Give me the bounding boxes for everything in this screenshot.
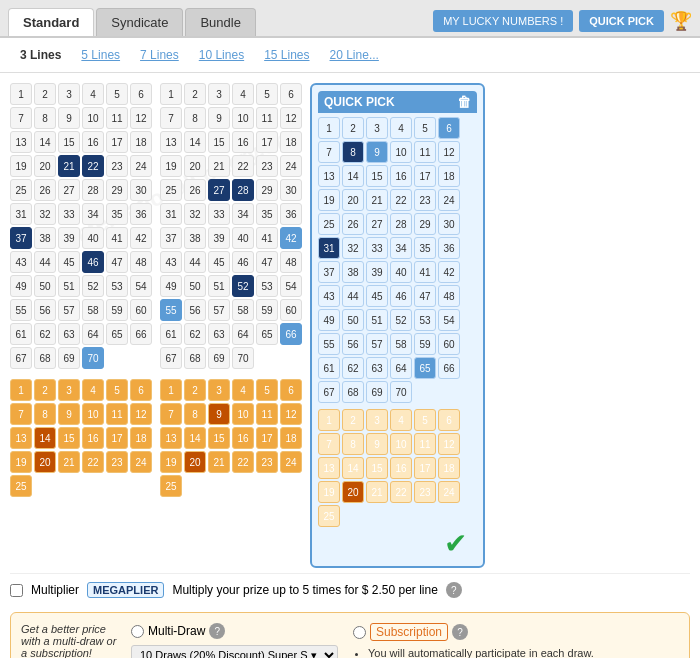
number-cell[interactable]: 64: [232, 323, 254, 345]
number-cell[interactable]: 5: [256, 83, 278, 105]
number-cell[interactable]: 37: [318, 261, 340, 283]
number-cell[interactable]: 55: [10, 299, 32, 321]
number-cell[interactable]: 17: [414, 165, 436, 187]
number-cell[interactable]: 16: [82, 131, 104, 153]
number-cell[interactable]: 24: [438, 481, 460, 503]
number-cell[interactable]: 65: [106, 323, 128, 345]
number-cell[interactable]: 69: [208, 347, 230, 369]
number-cell[interactable]: 13: [318, 457, 340, 479]
line-tab-10[interactable]: 10 Lines: [189, 44, 254, 66]
number-cell[interactable]: 70: [82, 347, 104, 369]
number-cell[interactable]: 10: [82, 107, 104, 129]
number-cell[interactable]: 12: [130, 403, 152, 425]
number-cell[interactable]: 10: [390, 141, 412, 163]
number-cell[interactable]: 32: [34, 203, 56, 225]
number-cell[interactable]: 56: [34, 299, 56, 321]
number-cell[interactable]: 10: [232, 107, 254, 129]
number-cell[interactable]: 18: [280, 427, 302, 449]
number-cell[interactable]: 9: [366, 433, 388, 455]
number-cell[interactable]: 15: [208, 131, 230, 153]
number-cell[interactable]: 16: [232, 131, 254, 153]
number-cell[interactable]: 22: [82, 155, 104, 177]
number-cell[interactable]: 17: [106, 131, 128, 153]
number-cell[interactable]: 69: [58, 347, 80, 369]
number-cell[interactable]: 67: [160, 347, 182, 369]
number-cell[interactable]: 63: [366, 357, 388, 379]
number-cell[interactable]: 59: [414, 333, 436, 355]
number-cell[interactable]: 8: [342, 433, 364, 455]
subscription-label[interactable]: Subscription: [370, 623, 448, 641]
number-cell[interactable]: 49: [10, 275, 32, 297]
number-cell[interactable]: 21: [366, 481, 388, 503]
number-cell[interactable]: 47: [256, 251, 278, 273]
number-cell[interactable]: 67: [10, 347, 32, 369]
number-cell[interactable]: 35: [106, 203, 128, 225]
multi-draw-radio[interactable]: [131, 625, 144, 638]
number-cell[interactable]: 61: [318, 357, 340, 379]
number-cell[interactable]: 7: [318, 433, 340, 455]
number-cell[interactable]: 53: [256, 275, 278, 297]
number-cell[interactable]: 25: [10, 179, 32, 201]
number-cell[interactable]: 20: [184, 155, 206, 177]
number-cell[interactable]: 57: [208, 299, 230, 321]
number-cell[interactable]: 49: [318, 309, 340, 331]
number-cell[interactable]: 51: [208, 275, 230, 297]
number-cell[interactable]: 18: [438, 457, 460, 479]
number-cell[interactable]: 70: [390, 381, 412, 403]
number-cell[interactable]: 40: [82, 227, 104, 249]
number-cell[interactable]: 48: [280, 251, 302, 273]
number-cell[interactable]: 22: [390, 481, 412, 503]
number-cell[interactable]: 5: [414, 409, 436, 431]
number-cell[interactable]: 6: [280, 379, 302, 401]
number-cell[interactable]: 50: [342, 309, 364, 331]
number-cell[interactable]: 50: [184, 275, 206, 297]
number-cell[interactable]: 16: [82, 427, 104, 449]
number-cell[interactable]: 3: [58, 379, 80, 401]
number-cell[interactable]: 5: [256, 379, 278, 401]
number-cell[interactable]: 7: [160, 107, 182, 129]
number-cell[interactable]: 44: [34, 251, 56, 273]
number-cell[interactable]: 56: [342, 333, 364, 355]
number-cell[interactable]: 60: [438, 333, 460, 355]
number-cell[interactable]: 68: [184, 347, 206, 369]
number-cell[interactable]: 9: [366, 141, 388, 163]
number-cell[interactable]: 6: [438, 409, 460, 431]
number-cell[interactable]: 4: [390, 409, 412, 431]
number-cell[interactable]: 2: [184, 379, 206, 401]
number-cell[interactable]: 32: [184, 203, 206, 225]
number-cell[interactable]: 25: [318, 505, 340, 527]
number-cell[interactable]: 32: [342, 237, 364, 259]
number-cell[interactable]: 39: [366, 261, 388, 283]
multiplier-checkbox[interactable]: [10, 584, 23, 597]
number-cell[interactable]: 12: [130, 107, 152, 129]
number-cell[interactable]: 62: [184, 323, 206, 345]
number-cell[interactable]: 23: [106, 451, 128, 473]
number-cell[interactable]: 5: [414, 117, 436, 139]
number-cell[interactable]: 45: [58, 251, 80, 273]
number-cell[interactable]: 43: [318, 285, 340, 307]
number-cell[interactable]: 33: [208, 203, 230, 225]
number-cell[interactable]: 16: [390, 457, 412, 479]
number-cell[interactable]: 36: [280, 203, 302, 225]
number-cell[interactable]: 30: [130, 179, 152, 201]
number-cell[interactable]: 47: [414, 285, 436, 307]
number-cell[interactable]: 13: [160, 131, 182, 153]
number-cell[interactable]: 2: [184, 83, 206, 105]
number-cell[interactable]: 59: [106, 299, 128, 321]
number-cell[interactable]: 46: [390, 285, 412, 307]
number-cell[interactable]: 54: [130, 275, 152, 297]
line-tab-3[interactable]: 3 Lines: [10, 44, 71, 66]
number-cell[interactable]: 17: [256, 427, 278, 449]
number-cell[interactable]: 11: [256, 107, 278, 129]
number-cell[interactable]: 25: [160, 475, 182, 497]
number-cell[interactable]: 20: [34, 155, 56, 177]
number-cell[interactable]: 51: [58, 275, 80, 297]
number-cell[interactable]: 58: [82, 299, 104, 321]
number-cell[interactable]: 68: [34, 347, 56, 369]
draws-select[interactable]: 10 Draws (20% Discount) Super S ▾: [131, 645, 338, 658]
number-cell[interactable]: 66: [280, 323, 302, 345]
number-cell[interactable]: 6: [130, 379, 152, 401]
quick-pick-header-button[interactable]: QUICK PICK: [579, 10, 664, 32]
number-cell[interactable]: 38: [342, 261, 364, 283]
number-cell[interactable]: 45: [366, 285, 388, 307]
